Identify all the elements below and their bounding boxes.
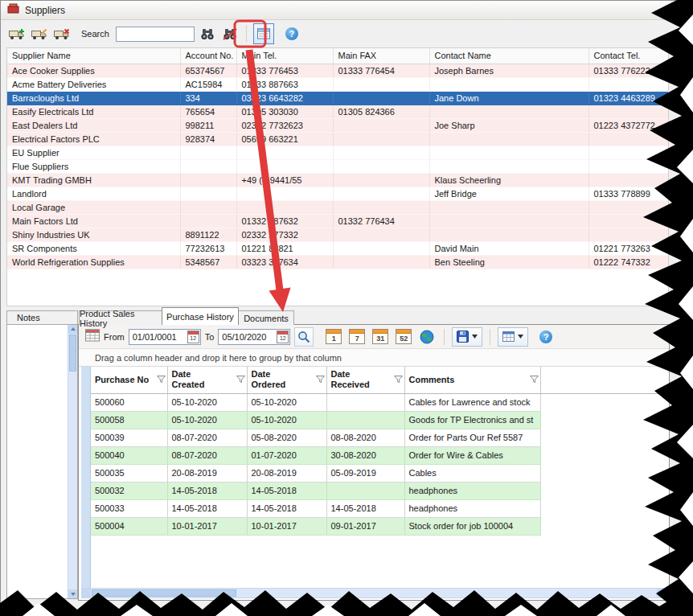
col-purchase-no[interactable]: Purchase No: [91, 367, 167, 393]
supplier-row[interactable]: Flue Suppliers: [7, 159, 669, 173]
supplier-row[interactable]: KMT Trading GMBH+49 (0)9441/55Klaus Sche…: [7, 173, 669, 187]
supplier-row[interactable]: Electrical Factors PLC92837405699 663221: [7, 132, 669, 146]
notes-scrollbar[interactable]: [68, 325, 77, 598]
col-contact-tel[interactable]: Contact Tel.: [588, 48, 669, 64]
col-supplier-name[interactable]: Supplier Name: [7, 48, 180, 64]
notes-panel[interactable]: [6, 324, 78, 599]
col-comments[interactable]: Comments: [404, 367, 540, 393]
col-main-fax[interactable]: Main FAX: [333, 48, 429, 64]
period-52-weeks-button[interactable]: 52: [394, 327, 413, 347]
toggle-details-panel-button[interactable]: [253, 23, 274, 44]
save-export-button[interactable]: [452, 327, 482, 347]
period-31-days-button[interactable]: 31: [371, 327, 390, 347]
cell-supplier-name: Landlord: [7, 187, 180, 200]
filter-funnel-icon[interactable]: [530, 376, 539, 384]
supplier-row[interactable]: Shiny Industries UK889112202332 277332: [7, 228, 669, 241]
scroll-down-icon[interactable]: [68, 589, 77, 598]
supplier-row-selected[interactable]: Barracloughs Ltd33403423 6643282Jane Dow…: [7, 91, 669, 105]
supplier-row[interactable]: Easify Electricals Ltd76565401305 303030…: [7, 105, 669, 118]
supplier-row[interactable]: Ace Cooker Supplies6537456701333 7764530…: [7, 64, 669, 77]
help-icon[interactable]: ?: [285, 27, 298, 40]
cell-contact-tel: 01223 4372772: [588, 118, 669, 132]
period-7-days-button[interactable]: 7: [347, 327, 367, 347]
cell-contact-tel: [588, 146, 669, 159]
purchase-row[interactable]: 50003214-05-201814-05-2018headphones: [91, 482, 540, 499]
delete-supplier-button[interactable]: [52, 24, 72, 43]
filter-funnel-icon[interactable]: [157, 376, 166, 384]
cell-contact-name: Joe Sharp: [429, 118, 588, 132]
cell-date-received: [326, 411, 404, 429]
cell-contact-name: Jane Down: [429, 91, 588, 105]
cell-account-no: 765654: [180, 105, 236, 118]
purchase-row[interactable]: 50003520-08-201920-08-201905-09-2019Cabl…: [91, 464, 540, 482]
period-1-day-button[interactable]: 1: [324, 327, 343, 347]
cell-contact-tel: [588, 105, 669, 118]
cell-date-received: 09-01-2017: [326, 517, 404, 535]
supplier-row[interactable]: Acme Battery DeliveriesAC1598401333 8876…: [7, 77, 669, 91]
from-calendar-icon[interactable]: 12: [187, 331, 199, 343]
grid-header-filler: [540, 367, 669, 394]
col-date-ordered[interactable]: Date Ordered: [247, 367, 326, 393]
scrollbar-thumb[interactable]: [69, 335, 76, 372]
all-dates-button[interactable]: [417, 327, 437, 347]
main-toolbar: Search ?: [1, 21, 665, 47]
scrollbar-thumb[interactable]: [92, 589, 236, 597]
col-contact-name[interactable]: Contact Name: [429, 48, 588, 64]
calendar-grid-icon: [85, 329, 100, 345]
filter-funnel-icon[interactable]: [316, 376, 325, 384]
edit-supplier-button[interactable]: [30, 24, 49, 43]
clear-find-button[interactable]: [220, 24, 240, 43]
cell-contact-name: [429, 228, 588, 241]
cell-date-ordered: 05-08-2020: [247, 429, 326, 446]
col-date-received[interactable]: Date Received: [326, 367, 404, 393]
supplier-row[interactable]: East Dealers Ltd99821102332 7732623Joe S…: [7, 118, 669, 132]
purchase-row[interactable]: 50003908-07-202005-08-202008-08-2020Orde…: [91, 429, 540, 446]
cell-account-no: [180, 173, 236, 187]
supplier-row[interactable]: World Refrigeration Supplies534856703323…: [7, 255, 669, 269]
cell-comments: headphones: [404, 499, 540, 517]
cell-contact-name: Ben Steeling: [429, 255, 588, 269]
cell-contact-tel: [588, 132, 669, 146]
tab-product-sales-history[interactable]: Product Sales History: [79, 310, 162, 325]
purchase-row[interactable]: 50005805-10-202005-10-2020Goods for TP E…: [91, 411, 540, 429]
cell-account-no: 8891122: [180, 228, 236, 241]
scroll-up-icon[interactable]: [68, 325, 77, 334]
supplier-row[interactable]: Local Garage: [7, 200, 669, 214]
toolbar-separator: [246, 26, 247, 42]
cell-main-tel: +49 (0)9441/55: [236, 173, 333, 187]
tab-purchase-history[interactable]: Purchase History: [162, 307, 239, 325]
column-chooser-button[interactable]: [498, 327, 528, 347]
supplier-row[interactable]: Main Factors Ltd01332 88763201332 776434: [7, 214, 669, 228]
tab-documents[interactable]: Documents: [238, 310, 294, 325]
col-main-tel[interactable]: Main Tel.: [236, 48, 333, 64]
screenshot-stage: Suppliers Search: [0, 0, 693, 616]
purchase-row[interactable]: 50006005-10-202005-10-2020Cables for Law…: [91, 393, 540, 411]
scroll-left-icon[interactable]: [82, 589, 91, 598]
cell-supplier-name: Easify Electricals Ltd: [7, 105, 180, 118]
supplier-row[interactable]: LandlordJeff Bridge01333 778899: [7, 187, 669, 200]
col-account-no[interactable]: Account No.: [180, 48, 236, 64]
cell-contact-tel: 01333 778899: [588, 187, 669, 200]
cell-supplier-name: Shiny Industries UK: [7, 228, 180, 241]
find-button[interactable]: [198, 24, 217, 43]
purchase-row[interactable]: 50004008-07-202001-07-202030-08-2020Orde…: [91, 446, 540, 464]
horizontal-scrollbar[interactable]: [81, 588, 666, 598]
purchase-row[interactable]: 50003314-05-201814-05-201814-05-2018head…: [91, 499, 540, 517]
group-by-bar[interactable]: Drag a column header and drop it here to…: [79, 349, 669, 367]
to-calendar-icon[interactable]: 12: [277, 331, 289, 343]
cell-main-fax: [333, 77, 429, 91]
to-date-field[interactable]: 05/10/2020 12: [218, 329, 290, 345]
supplier-row[interactable]: EU Supplier: [7, 146, 669, 159]
help-icon[interactable]: ?: [539, 331, 552, 343]
filter-funnel-icon[interactable]: [236, 376, 245, 384]
new-supplier-button[interactable]: [7, 24, 27, 43]
supplier-row[interactable]: SR Components7723261301221 83821David Ma…: [7, 241, 669, 255]
run-search-button[interactable]: [294, 327, 314, 347]
scroll-right-icon[interactable]: [657, 589, 666, 598]
purchase-row[interactable]: 50000410-01-201710-01-201709-01-2017Stoc…: [91, 517, 540, 535]
cell-date-ordered: 14-05-2018: [247, 499, 326, 517]
col-date-created[interactable]: Date Created: [167, 367, 247, 393]
search-input[interactable]: [116, 27, 195, 42]
from-date-field[interactable]: 01/01/0001 12: [129, 329, 201, 345]
filter-funnel-icon[interactable]: [394, 376, 403, 384]
